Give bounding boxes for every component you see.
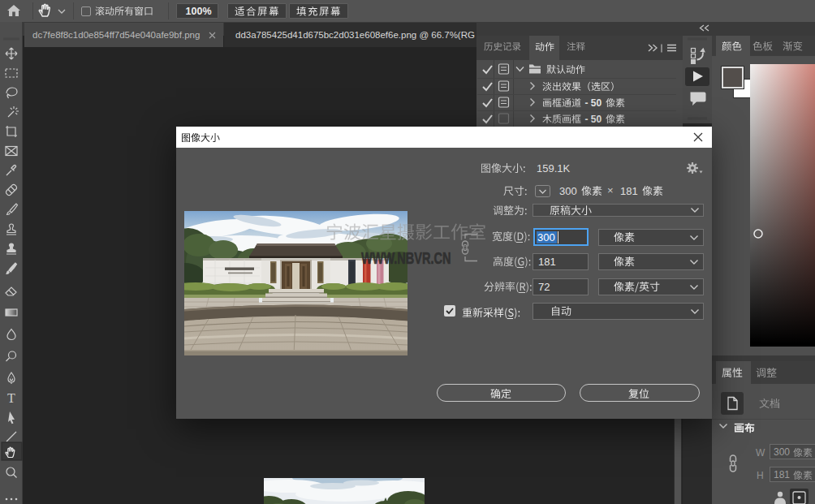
svg-text:T: T [7,391,15,405]
